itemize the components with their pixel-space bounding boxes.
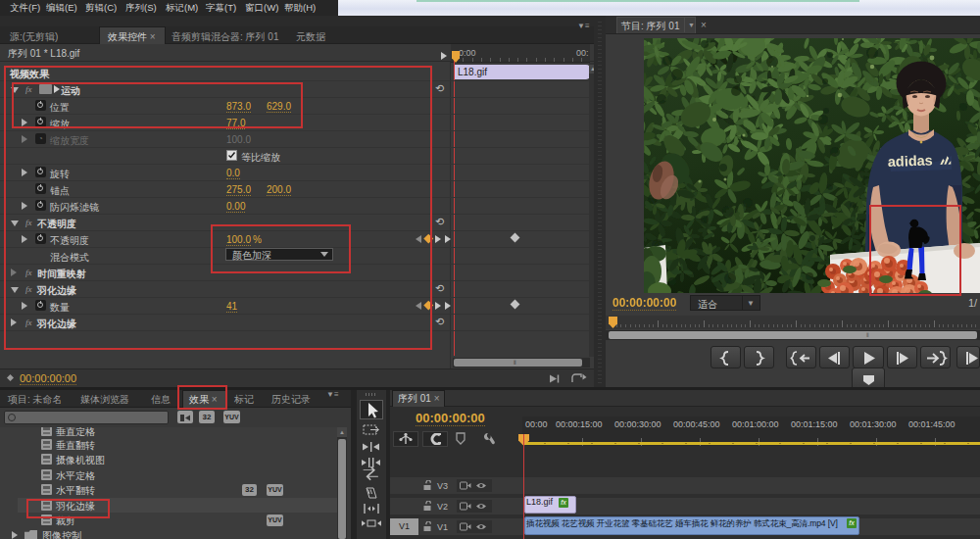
svg-text:adidas: adidas xyxy=(888,152,933,170)
